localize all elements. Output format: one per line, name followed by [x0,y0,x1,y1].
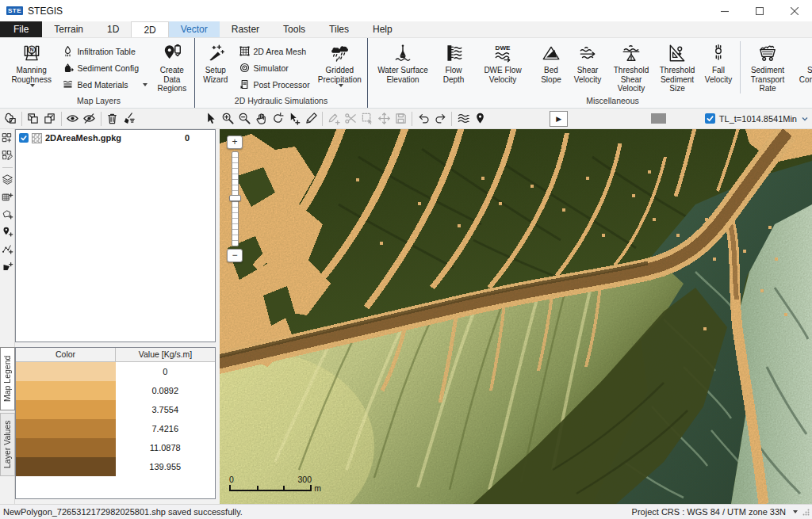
zoom-out-tool-button[interactable] [237,110,251,127]
close-button[interactable] [777,0,812,21]
flow-depth-button[interactable]: Flow Depth [438,40,469,84]
tab-tiles[interactable]: Tiles [317,21,361,37]
zoom-slider-handle[interactable] [229,195,241,201]
shear-velocity-icon [576,43,599,63]
crs-dropdown-arrow-icon[interactable] [793,510,798,513]
minimize-button[interactable] [707,0,742,21]
paste-layer-button[interactable] [43,110,57,127]
layer-mesh-thumbnail [32,133,42,143]
sediment-transport-rate-icon [756,43,779,63]
water-surface-elevation-button[interactable]: Water Surface Elevation [370,40,436,84]
legend-value: 139.955 [116,457,216,476]
layer-shapes-button[interactable] [3,110,17,127]
tab-help[interactable]: Help [361,21,404,37]
checkbox-checked-icon[interactable] [705,113,715,124]
area-mesh-label: 2D Area Mesh [254,47,307,56]
manning-roughness-button[interactable]: N Manning Roughness [5,40,58,87]
app-logo-icon: STE [6,6,23,15]
add-window-icon[interactable] [2,132,13,144]
add-vertex-button[interactable] [327,110,341,127]
create-data-regions-label: Create Data Regions [151,66,193,93]
layer-visibility-checkbox[interactable] [19,133,29,143]
project-crs-label[interactable]: Project CRS : WGS 84 / UTM zone 33N [632,507,786,517]
left-tool-strip: Map Legend Layer Values [0,129,15,504]
svg-text:N: N [29,47,33,52]
add-polygon-region-icon[interactable] [2,208,13,220]
cut-tool-button[interactable] [343,110,358,127]
add-mesh-icon[interactable] [2,191,13,203]
clear-all-button[interactable] [122,110,136,127]
play-button[interactable]: ▶ [550,111,568,127]
ribbon-group-miscellaneous: Water Surface Elevation Flow Depth DWE D… [368,38,812,108]
tab-file[interactable]: File [0,21,42,37]
legend-row: 11.0878 [16,438,215,457]
add-point-icon[interactable] [2,226,13,238]
legend-header: Color Value [Kg/s.m] [16,348,215,362]
zoom-in-button[interactable]: + [227,135,243,149]
zoom-in-icon [221,112,235,125]
draw-tool-button[interactable] [304,110,318,127]
post-processor-icon [239,78,251,90]
layers-panel: 2DAreaMesh.gpkg 0 [15,129,216,342]
infiltration-table-button[interactable]: Infiltration Table [59,44,149,58]
tab-map-legend[interactable]: Map Legend [0,347,15,410]
sediment-transport-rate-button[interactable]: Sediment Transport Rate [745,40,791,93]
2d-area-mesh-button[interactable]: 2D Area Mesh [236,44,312,58]
pan-tool-button[interactable] [254,110,268,127]
fall-velocity-button[interactable]: Fall Velocity [701,40,736,84]
resize-grip-icon[interactable] [802,509,810,516]
tab-raster[interactable]: Raster [220,21,271,37]
setup-wizard-button[interactable]: Setup Wizard [197,40,235,84]
redo-button[interactable] [433,110,447,127]
gridded-precipitation-button[interactable]: Gridded Precipitation [314,40,366,87]
undo-button[interactable] [416,110,431,127]
sediment-concentration-button[interactable]: Sediment Concentration [792,40,812,84]
hide-layer-button[interactable] [82,110,97,127]
layer-row[interactable]: 2DAreaMesh.gpkg 0 [16,130,215,146]
add-filled-polygon-icon[interactable] [2,261,13,273]
bed-materials-button[interactable]: Bed Materials [59,78,149,91]
flow-trace-button[interactable] [456,110,470,127]
tab-tools[interactable]: Tools [271,21,317,37]
bed-slope-button[interactable]: Bed Slope [536,40,566,84]
post-processor-button[interactable]: Post Processor [236,78,312,91]
edit-grid-icon[interactable] [2,150,13,162]
threshold-sediment-size-button[interactable]: Threshold Sediment Size [655,40,699,93]
simulator-button[interactable]: Simulator [236,61,312,74]
threshold-shear-velocity-button[interactable]: Threshold Shear Velocity [609,40,653,93]
cursor-plus-icon [288,112,301,125]
bed-slope-icon [540,43,562,63]
locate-point-button[interactable] [473,110,487,127]
tab-layer-values[interactable]: Layer Values [0,413,15,476]
create-data-regions-button[interactable]: Create Data Regions [151,40,193,93]
save-edits-button[interactable] [393,110,408,127]
toolbar-separator [412,112,412,126]
zoom-slider-track[interactable] [232,151,239,246]
sediment-config-button[interactable]: Sediment Config [59,61,149,74]
marquee-select-button[interactable] [360,110,374,127]
zoom-in-tool-button[interactable] [220,110,235,127]
legend-row: 3.7554 [16,400,215,419]
refresh-view-button[interactable] [270,110,285,127]
tab-2d[interactable]: 2D [131,21,168,37]
select-plus-tool-button[interactable] [287,110,301,127]
move-tool-button[interactable] [377,110,391,127]
zoom-out-button[interactable]: − [227,249,243,262]
maximize-button[interactable] [742,0,777,21]
toolbar-overflow-button[interactable] [801,115,809,123]
map-viewport[interactable]: + − 0 300 m [220,129,812,504]
time-toggle[interactable]: TL_t=1014.8541Min [705,113,797,124]
tab-terrain[interactable]: Terrain [42,21,95,37]
cursor-icon [204,112,217,125]
show-layer-button[interactable] [66,110,80,127]
layers-stack-icon[interactable] [2,174,13,185]
select-tool-button[interactable] [204,110,218,127]
tab-1d[interactable]: 1D [95,21,131,37]
shear-velocity-button[interactable]: Shear Velocity [568,40,607,84]
dwe-flow-velocity-button[interactable]: DWE DWE Flow Velocity [471,40,534,84]
add-line-icon[interactable] [2,243,13,255]
delete-layer-button[interactable] [105,110,120,127]
sediment-config-label: Sediment Config [77,63,139,73]
copy-layer-button[interactable] [26,110,40,127]
tab-vector[interactable]: Vector [169,21,220,37]
